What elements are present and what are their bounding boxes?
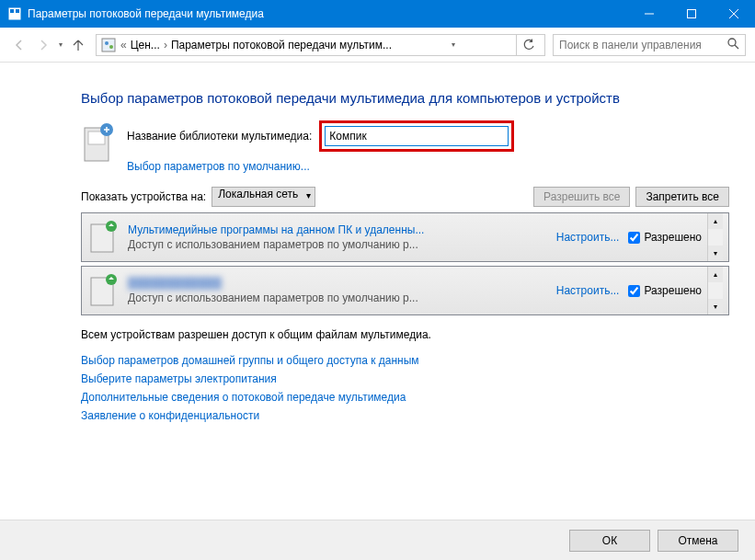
cancel-button[interactable]: Отмена (658, 530, 738, 552)
svg-point-9 (109, 45, 113, 49)
privacy-link[interactable]: Заявление о конфиденциальности (81, 409, 729, 422)
control-panel-icon (100, 37, 117, 53)
breadcrumb-part2[interactable]: Параметры потоковой передачи мультим... (171, 39, 392, 51)
up-button[interactable] (68, 35, 88, 55)
link-list: Выбор параметров домашней группы и общег… (81, 354, 729, 422)
navbar: ▾ « Цен... › Параметры потоковой передач… (0, 28, 755, 63)
block-all-button[interactable]: Запретить все (635, 187, 729, 207)
breadcrumb-dropdown[interactable]: ▾ (450, 40, 457, 49)
breadcrumb-part1[interactable]: Цен... (131, 39, 160, 51)
library-icon (81, 120, 118, 165)
app-icon (7, 6, 22, 21)
search-input[interactable] (559, 39, 726, 51)
titlebar: Параметры потоковой передачи мультимедиа (0, 0, 755, 28)
svg-point-10 (728, 39, 736, 46)
network-dropdown[interactable]: Локальная сеть (212, 187, 315, 207)
device-icon (87, 272, 120, 309)
minimize-button[interactable] (628, 0, 670, 28)
svg-rect-4 (688, 10, 696, 18)
device-allowed-checkbox[interactable]: Разрешено (628, 231, 702, 244)
device-title[interactable]: ████████████ (128, 277, 547, 290)
scroll-track[interactable] (708, 282, 723, 299)
device-row: ████████████ Доступ с использованием пар… (81, 266, 729, 315)
power-link[interactable]: Выберите параметры электропитания (81, 372, 729, 385)
allow-all-button[interactable]: Разрешить все (533, 187, 630, 207)
library-section: Название библиотеки мультимедиа: Выбор п… (81, 120, 729, 174)
search-box[interactable] (553, 34, 746, 56)
defaults-link[interactable]: Выбор параметров по умолчанию... (127, 160, 310, 173)
content-area: Выбор параметров потоковой передачи муль… (0, 63, 755, 522)
search-icon[interactable] (726, 37, 739, 52)
show-label: Показать устройства на: (81, 190, 206, 203)
ok-button[interactable]: ОК (569, 530, 650, 552)
device-checkbox[interactable] (628, 285, 640, 297)
svg-rect-1 (10, 9, 14, 13)
history-dropdown[interactable]: ▾ (57, 40, 64, 49)
device-configure-link[interactable]: Настроить... (556, 284, 620, 297)
device-configure-link[interactable]: Настроить... (556, 231, 620, 244)
scroll-track[interactable] (708, 229, 723, 246)
homegroup-link[interactable]: Выбор параметров домашней группы и общег… (81, 354, 729, 367)
device-scrollbar[interactable]: ▴ ▾ (707, 213, 723, 261)
device-row: Мультимедийные программы на данном ПК и … (81, 212, 729, 262)
device-scrollbar[interactable]: ▴ ▾ (707, 267, 723, 314)
device-icon (87, 219, 120, 256)
svg-rect-2 (16, 9, 19, 13)
device-subtitle: Доступ с использованием параметров по ум… (128, 238, 547, 251)
device-subtitle: Доступ с использованием параметров по ум… (128, 291, 547, 304)
footer: ОК Отмена (0, 520, 755, 560)
page-heading: Выбор параметров потоковой передачи муль… (81, 88, 729, 108)
device-title[interactable]: Мультимедийные программы на данном ПК и … (128, 223, 547, 236)
back-button[interactable] (9, 35, 29, 55)
breadcrumb[interactable]: « Цен... › Параметры потоковой передачи … (96, 34, 545, 56)
device-allowed-checkbox[interactable]: Разрешено (628, 284, 702, 297)
device-allowed-label: Разрешено (644, 231, 702, 244)
highlight-box (319, 120, 514, 152)
svg-line-11 (735, 45, 738, 49)
library-label: Название библиотеки мультимедиа: (127, 130, 312, 143)
close-button[interactable] (713, 0, 755, 28)
chevron-right-icon: › (162, 39, 169, 51)
scroll-up-icon[interactable]: ▴ (708, 267, 723, 282)
scroll-down-icon[interactable]: ▾ (708, 299, 723, 314)
svg-point-8 (105, 41, 109, 45)
window-title: Параметры потоковой передачи мультимедиа (28, 7, 628, 20)
scroll-down-icon[interactable]: ▾ (708, 246, 723, 261)
more-info-link[interactable]: Дополнительные сведения о потоковой пере… (81, 391, 729, 404)
refresh-button[interactable] (516, 35, 541, 55)
device-allowed-label: Разрешено (644, 284, 702, 297)
status-text: Всем устройствам разрешен доступ к общим… (81, 328, 729, 341)
scroll-up-icon[interactable]: ▴ (708, 213, 723, 229)
svg-rect-7 (102, 39, 115, 51)
maximize-button[interactable] (670, 0, 713, 28)
library-name-input[interactable] (325, 126, 509, 146)
breadcrumb-prefix: « (119, 39, 129, 51)
forward-button[interactable] (33, 35, 53, 55)
device-checkbox[interactable] (628, 232, 640, 244)
show-devices-row: Показать устройства на: Локальная сеть Р… (81, 187, 729, 207)
